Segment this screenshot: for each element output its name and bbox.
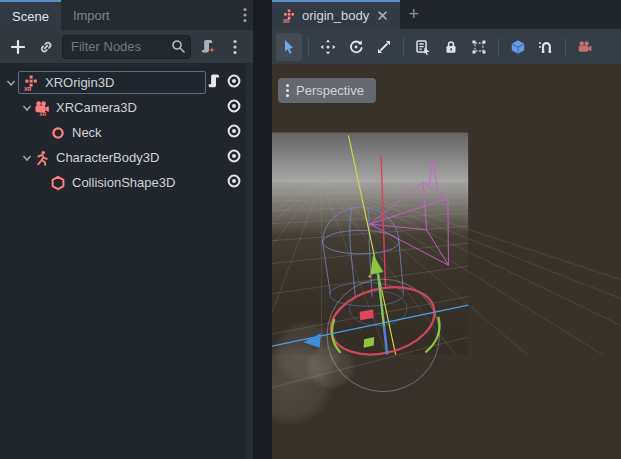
expand-arrow-icon[interactable] <box>4 78 18 88</box>
visibility-toggle[interactable] <box>226 98 242 117</box>
tab-scene[interactable]: Scene <box>0 0 61 30</box>
cube-icon <box>510 39 526 55</box>
viewport-3d[interactable]: Perspective <box>272 64 621 459</box>
scene-tree: XR XROrigin3D <box>0 63 246 459</box>
scene-tab-bar: XR origin_body ✕ + <box>272 0 621 29</box>
visibility-toggle[interactable] <box>226 148 242 167</box>
list-select-icon <box>415 39 431 55</box>
scene-dock-toolbar <box>0 30 253 63</box>
filter-nodes-wrap <box>62 35 191 59</box>
godot-editor-window: Scene Import <box>0 0 621 459</box>
tool-move-button[interactable] <box>315 33 341 61</box>
character-body-icon <box>34 150 50 166</box>
search-icon <box>171 39 186 54</box>
visibility-toggle[interactable] <box>226 73 242 92</box>
tree-row-xrorigin3d[interactable]: XR XROrigin3D <box>0 70 246 95</box>
tab-label: origin_body <box>302 8 369 23</box>
script-star-icon <box>199 38 216 55</box>
eye-icon <box>226 148 242 164</box>
node-name: CollisionShape3D <box>72 175 175 190</box>
select-arrow-icon <box>281 39 297 55</box>
lock-icon <box>443 39 459 55</box>
xr-origin-icon: XR <box>23 75 39 91</box>
dock-menu-button[interactable] <box>237 0 253 30</box>
eye-icon <box>226 123 242 139</box>
tool-group-button[interactable] <box>466 33 492 61</box>
main-viewport-pane: XR origin_body ✕ + <box>272 0 621 459</box>
tool-snap-button[interactable] <box>533 33 559 61</box>
script-icon <box>206 73 222 89</box>
eye-icon <box>226 173 242 189</box>
svg-text:XR: XR <box>24 86 32 91</box>
tree-row-neck[interactable]: Neck <box>0 120 246 145</box>
rotate-icon <box>348 39 364 55</box>
tool-local-space-button[interactable] <box>505 33 531 61</box>
node-name: XROrigin3D <box>45 75 114 90</box>
node-name-field[interactable]: XR XROrigin3D <box>18 71 206 94</box>
ring-icon <box>50 125 66 141</box>
toolbar-separator <box>565 38 566 56</box>
tool-lock-button[interactable] <box>438 33 464 61</box>
tree-scrollbar[interactable] <box>246 63 253 459</box>
node-name: XRCamera3D <box>56 100 137 115</box>
marker-orange-dot <box>368 275 371 278</box>
tree-row-characterbody3d[interactable]: CharacterBody3D <box>0 145 246 170</box>
eye-icon <box>226 98 242 114</box>
move-icon <box>320 39 336 55</box>
tool-camera-preview-button[interactable] <box>572 33 598 61</box>
eye-icon <box>226 73 242 89</box>
scale-icon <box>376 39 392 55</box>
node-name: Neck <box>72 125 102 140</box>
instance-scene-button[interactable] <box>34 35 58 59</box>
script-attached-button[interactable] <box>206 73 222 92</box>
scene-dock: Scene Import <box>0 0 253 459</box>
expand-arrow-icon[interactable] <box>20 103 34 113</box>
plus-icon <box>10 39 26 55</box>
attach-script-button[interactable] <box>195 35 219 59</box>
viewport-toolbar <box>272 29 621 64</box>
close-icon[interactable]: ✕ <box>375 8 390 23</box>
xr-camera-icon: XR <box>34 100 50 116</box>
camera-preview-icon <box>577 39 593 55</box>
visibility-toggle[interactable] <box>226 123 242 142</box>
vertical-dots-icon <box>243 7 247 23</box>
perspective-menu-button[interactable]: Perspective <box>278 78 376 103</box>
tool-select-button[interactable] <box>276 33 302 61</box>
toolbar-separator <box>403 38 404 56</box>
perspective-label: Perspective <box>296 83 364 98</box>
xr-origin-icon: XR <box>282 9 296 23</box>
tree-row-xrcamera3d[interactable]: XR XRCamera3D <box>0 95 246 120</box>
scene-tree-menu-button[interactable] <box>223 35 247 59</box>
new-scene-tab-button[interactable]: + <box>400 0 428 29</box>
dock-splitter[interactable] <box>253 0 272 459</box>
scene-dock-tabs: Scene Import <box>0 0 253 30</box>
group-icon <box>471 39 487 55</box>
vertical-dots-icon <box>233 39 237 55</box>
toolbar-separator <box>308 38 309 56</box>
svg-text:XR: XR <box>283 19 290 23</box>
tool-list-select-button[interactable] <box>410 33 436 61</box>
visibility-toggle[interactable] <box>226 173 242 192</box>
magnet-icon <box>538 39 554 55</box>
tab-import[interactable]: Import <box>61 0 122 30</box>
link-icon <box>38 39 54 55</box>
tool-rotate-button[interactable] <box>343 33 369 61</box>
viewport-canvas[interactable] <box>272 64 621 459</box>
tree-row-collisionshape3d[interactable]: CollisionShape3D <box>0 170 246 195</box>
add-node-button[interactable] <box>6 35 30 59</box>
toolbar-separator <box>498 38 499 56</box>
node-name: CharacterBody3D <box>56 150 159 165</box>
tab-origin-body[interactable]: XR origin_body ✕ <box>272 0 400 29</box>
collision-shape-icon <box>50 175 66 191</box>
svg-text:XR: XR <box>40 111 47 115</box>
tool-scale-button[interactable] <box>371 33 397 61</box>
sky <box>272 133 468 182</box>
vertical-dots-icon <box>286 84 289 97</box>
expand-arrow-icon[interactable] <box>20 153 34 163</box>
